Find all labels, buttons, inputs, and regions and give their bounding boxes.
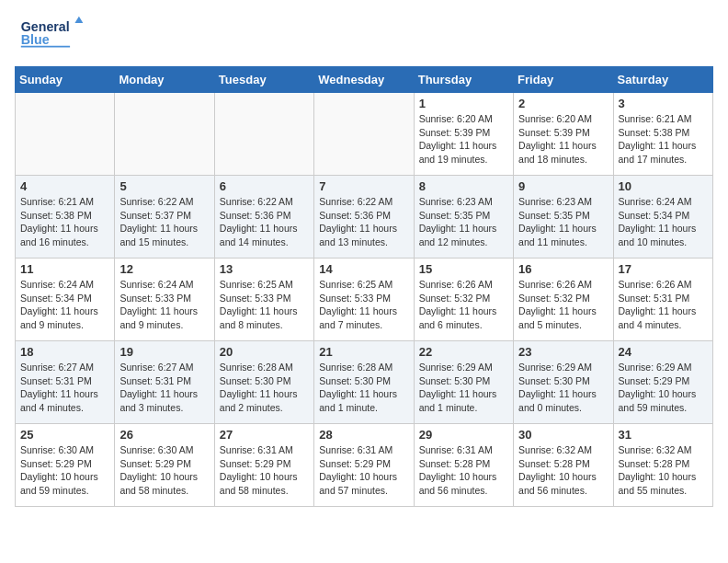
cell-content: Sunrise: 6:27 AM Sunset: 5:31 PM Dayligh… xyxy=(20,361,109,415)
calendar-cell: 9Sunrise: 6:23 AM Sunset: 5:35 PM Daylig… xyxy=(514,176,613,259)
calendar-cell: 19Sunrise: 6:27 AM Sunset: 5:31 PM Dayli… xyxy=(115,341,214,424)
calendar-cell: 20Sunrise: 6:28 AM Sunset: 5:30 PM Dayli… xyxy=(214,341,313,424)
logo: General Blue xyxy=(15,15,88,55)
cell-content: Sunrise: 6:31 AM Sunset: 5:29 PM Dayligh… xyxy=(220,443,309,498)
day-number: 3 xyxy=(619,97,708,110)
calendar-cell: 18Sunrise: 6:27 AM Sunset: 5:31 PM Dayli… xyxy=(16,341,115,424)
calendar-cell: 28Sunrise: 6:31 AM Sunset: 5:29 PM Dayli… xyxy=(314,424,414,507)
weekday-header-tuesday: Tuesday xyxy=(214,67,313,93)
calendar-cell: 1Sunrise: 6:20 AM Sunset: 5:39 PM Daylig… xyxy=(414,93,513,176)
day-number: 8 xyxy=(419,179,508,193)
cell-content: Sunrise: 6:21 AM Sunset: 5:38 PM Dayligh… xyxy=(20,195,109,249)
cell-content: Sunrise: 6:24 AM Sunset: 5:33 PM Dayligh… xyxy=(119,278,209,332)
calendar-cell: 11Sunrise: 6:24 AM Sunset: 5:34 PM Dayli… xyxy=(16,259,115,341)
page-header: General Blue xyxy=(15,15,713,55)
cell-content: Sunrise: 6:32 AM Sunset: 5:28 PM Dayligh… xyxy=(518,443,608,498)
calendar-week-row: 1Sunrise: 6:20 AM Sunset: 5:39 PM Daylig… xyxy=(16,93,713,176)
calendar-cell: 14Sunrise: 6:25 AM Sunset: 5:33 PM Dayli… xyxy=(314,259,414,341)
calendar-cell: 12Sunrise: 6:24 AM Sunset: 5:33 PM Dayli… xyxy=(115,259,214,341)
weekday-header-row: SundayMondayTuesdayWednesdayThursdayFrid… xyxy=(16,67,713,93)
calendar-cell: 6Sunrise: 6:22 AM Sunset: 5:36 PM Daylig… xyxy=(214,176,313,259)
svg-marker-2 xyxy=(74,17,83,23)
weekday-header-saturday: Saturday xyxy=(613,67,712,93)
calendar-week-row: 25Sunrise: 6:30 AM Sunset: 5:29 PM Dayli… xyxy=(16,424,713,507)
day-number: 2 xyxy=(518,97,608,110)
calendar-cell: 17Sunrise: 6:26 AM Sunset: 5:31 PM Dayli… xyxy=(613,259,712,341)
day-number: 29 xyxy=(419,428,508,442)
cell-content: Sunrise: 6:31 AM Sunset: 5:28 PM Dayligh… xyxy=(419,443,508,498)
calendar-week-row: 18Sunrise: 6:27 AM Sunset: 5:31 PM Dayli… xyxy=(16,341,713,424)
cell-content: Sunrise: 6:22 AM Sunset: 5:37 PM Dayligh… xyxy=(119,195,209,249)
cell-content: Sunrise: 6:21 AM Sunset: 5:38 PM Dayligh… xyxy=(619,112,708,167)
day-number: 15 xyxy=(419,262,508,276)
calendar-cell: 29Sunrise: 6:31 AM Sunset: 5:28 PM Dayli… xyxy=(414,424,513,507)
day-number: 20 xyxy=(220,345,309,359)
calendar-cell: 25Sunrise: 6:30 AM Sunset: 5:29 PM Dayli… xyxy=(16,424,115,507)
day-number: 11 xyxy=(20,262,109,276)
calendar-cell xyxy=(314,93,414,176)
calendar-cell xyxy=(115,93,214,176)
calendar-cell: 27Sunrise: 6:31 AM Sunset: 5:29 PM Dayli… xyxy=(214,424,313,507)
calendar-cell: 26Sunrise: 6:30 AM Sunset: 5:29 PM Dayli… xyxy=(115,424,214,507)
day-number: 21 xyxy=(319,345,408,359)
calendar-cell: 7Sunrise: 6:22 AM Sunset: 5:36 PM Daylig… xyxy=(314,176,414,259)
cell-content: Sunrise: 6:27 AM Sunset: 5:31 PM Dayligh… xyxy=(119,361,209,415)
calendar-cell: 24Sunrise: 6:29 AM Sunset: 5:29 PM Dayli… xyxy=(613,341,712,424)
calendar-cell: 15Sunrise: 6:26 AM Sunset: 5:32 PM Dayli… xyxy=(414,259,513,341)
calendar-cell: 21Sunrise: 6:28 AM Sunset: 5:30 PM Dayli… xyxy=(314,341,414,424)
cell-content: Sunrise: 6:31 AM Sunset: 5:29 PM Dayligh… xyxy=(319,443,408,498)
cell-content: Sunrise: 6:28 AM Sunset: 5:30 PM Dayligh… xyxy=(319,361,408,415)
cell-content: Sunrise: 6:26 AM Sunset: 5:32 PM Dayligh… xyxy=(419,278,508,332)
day-number: 23 xyxy=(518,345,608,359)
cell-content: Sunrise: 6:22 AM Sunset: 5:36 PM Dayligh… xyxy=(220,195,309,249)
cell-content: Sunrise: 6:29 AM Sunset: 5:30 PM Dayligh… xyxy=(518,361,608,415)
calendar-cell: 30Sunrise: 6:32 AM Sunset: 5:28 PM Dayli… xyxy=(514,424,613,507)
day-number: 1 xyxy=(419,97,508,110)
day-number: 4 xyxy=(20,179,109,193)
cell-content: Sunrise: 6:28 AM Sunset: 5:30 PM Dayligh… xyxy=(220,361,309,415)
day-number: 28 xyxy=(319,428,408,442)
cell-content: Sunrise: 6:29 AM Sunset: 5:30 PM Dayligh… xyxy=(419,361,508,415)
calendar-cell xyxy=(214,93,313,176)
weekday-header-monday: Monday xyxy=(115,67,214,93)
weekday-header-wednesday: Wednesday xyxy=(314,67,414,93)
calendar-cell: 8Sunrise: 6:23 AM Sunset: 5:35 PM Daylig… xyxy=(414,176,513,259)
calendar-cell: 3Sunrise: 6:21 AM Sunset: 5:38 PM Daylig… xyxy=(613,93,712,176)
weekday-header-thursday: Thursday xyxy=(414,67,513,93)
cell-content: Sunrise: 6:25 AM Sunset: 5:33 PM Dayligh… xyxy=(319,278,408,332)
weekday-header-friday: Friday xyxy=(514,67,613,93)
cell-content: Sunrise: 6:23 AM Sunset: 5:35 PM Dayligh… xyxy=(518,195,608,249)
cell-content: Sunrise: 6:22 AM Sunset: 5:36 PM Dayligh… xyxy=(319,195,408,249)
day-number: 22 xyxy=(419,345,508,359)
cell-content: Sunrise: 6:24 AM Sunset: 5:34 PM Dayligh… xyxy=(20,278,109,332)
calendar-table: SundayMondayTuesdayWednesdayThursdayFrid… xyxy=(15,66,713,507)
cell-content: Sunrise: 6:30 AM Sunset: 5:29 PM Dayligh… xyxy=(20,443,109,498)
calendar-cell: 4Sunrise: 6:21 AM Sunset: 5:38 PM Daylig… xyxy=(16,176,115,259)
day-number: 24 xyxy=(619,345,708,359)
cell-content: Sunrise: 6:23 AM Sunset: 5:35 PM Dayligh… xyxy=(419,195,508,249)
day-number: 16 xyxy=(518,262,608,276)
cell-content: Sunrise: 6:24 AM Sunset: 5:34 PM Dayligh… xyxy=(619,195,708,249)
day-number: 17 xyxy=(619,262,708,276)
cell-content: Sunrise: 6:20 AM Sunset: 5:39 PM Dayligh… xyxy=(518,112,608,167)
calendar-cell: 10Sunrise: 6:24 AM Sunset: 5:34 PM Dayli… xyxy=(613,176,712,259)
calendar-cell: 31Sunrise: 6:32 AM Sunset: 5:28 PM Dayli… xyxy=(613,424,712,507)
calendar-cell: 22Sunrise: 6:29 AM Sunset: 5:30 PM Dayli… xyxy=(414,341,513,424)
day-number: 31 xyxy=(619,428,708,442)
day-number: 19 xyxy=(119,345,209,359)
svg-text:Blue: Blue xyxy=(21,32,50,47)
day-number: 25 xyxy=(20,428,109,442)
calendar-cell: 16Sunrise: 6:26 AM Sunset: 5:32 PM Dayli… xyxy=(514,259,613,341)
day-number: 30 xyxy=(518,428,608,442)
cell-content: Sunrise: 6:29 AM Sunset: 5:29 PM Dayligh… xyxy=(619,361,708,415)
cell-content: Sunrise: 6:20 AM Sunset: 5:39 PM Dayligh… xyxy=(419,112,508,167)
day-number: 6 xyxy=(220,179,309,193)
day-number: 27 xyxy=(220,428,309,442)
calendar-cell: 23Sunrise: 6:29 AM Sunset: 5:30 PM Dayli… xyxy=(514,341,613,424)
day-number: 10 xyxy=(619,179,708,193)
day-number: 9 xyxy=(518,179,608,193)
cell-content: Sunrise: 6:30 AM Sunset: 5:29 PM Dayligh… xyxy=(119,443,209,498)
day-number: 5 xyxy=(119,179,209,193)
calendar-week-row: 4Sunrise: 6:21 AM Sunset: 5:38 PM Daylig… xyxy=(16,176,713,259)
day-number: 13 xyxy=(220,262,309,276)
